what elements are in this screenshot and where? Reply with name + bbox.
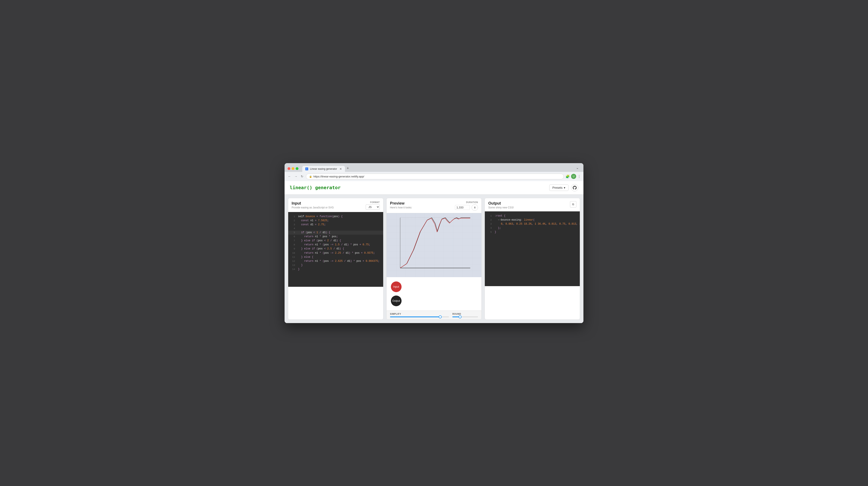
simplify-fill [390, 316, 440, 317]
easing-chart [386, 213, 482, 277]
output-panel-header: Output Some shiny new CSS! ⧉ [485, 198, 580, 211]
toolbar-actions: 🧩 U ⋮ [565, 174, 581, 179]
code-line-14: 14 } [288, 267, 383, 271]
tab-title: Linear easing generator [310, 168, 337, 171]
output-panel-title: Output [488, 201, 514, 206]
pause-icon: ⏸ [473, 206, 476, 209]
simplify-track [390, 316, 449, 317]
browser-menu-icon[interactable]: ⌄ [574, 166, 581, 172]
output-panel-subtitle: Some shiny new CSS! [488, 206, 514, 209]
output-panel-info: Output Some shiny new CSS! [488, 201, 514, 209]
active-tab[interactable]: L Linear easing generator ✕ [302, 166, 345, 172]
output-ball-row: Output [391, 296, 477, 306]
output-line-2: 2 --bounce-easing: linear( [485, 218, 580, 222]
app-body: linear() generator Presets ▾ Inp [285, 181, 583, 323]
input-ball-row: Input [391, 281, 477, 292]
input-panel: Input Provide easing as JavaScript or SV… [288, 198, 383, 320]
code-line-10: 10 return n1 * (pos -= 2.25 / d1) * pos … [288, 251, 383, 255]
simplify-slider[interactable] [390, 316, 449, 317]
output-ball-label: Output [392, 299, 400, 302]
simplify-label: SIMPLIFY [390, 313, 449, 315]
presets-button[interactable]: Presets ▾ [549, 184, 568, 191]
animation-preview: Input Output [386, 277, 482, 310]
simplify-slider-group: SIMPLIFY [390, 313, 449, 317]
output-line-4: 4 ); [485, 226, 580, 230]
header-actions: Presets ▾ [549, 184, 578, 191]
preview-panel-info: Preview Here's how it looks: [390, 201, 412, 209]
browser-window: L Linear easing generator ✕ + ⌄ ← → ↻ 🔒 … [285, 163, 583, 323]
input-panel-subtitle: Provide easing as JavaScript or SVG [291, 206, 334, 209]
output-panel: Output Some shiny new CSS! ⧉ 1 :root { 2… [485, 198, 580, 320]
output-line-3: 3 0, 0.063, 0.25 18.2%, 1 36.4%, 0.813, … [485, 222, 580, 226]
extensions-icon[interactable]: 🧩 [565, 175, 570, 179]
back-button[interactable]: ← [287, 174, 292, 179]
duration-input[interactable] [455, 205, 470, 210]
code-line-5: 5 if (pos < 1 / d1) { [288, 231, 383, 235]
tab-favicon: L [305, 168, 308, 171]
code-line-11: 11 } else { [288, 255, 383, 259]
new-tab-button[interactable]: + [345, 165, 351, 172]
app-logo: linear() generator [290, 185, 341, 190]
forward-button[interactable]: → [293, 174, 298, 179]
code-editor[interactable]: 1 self.bounce = function(pos) { 2 const … [288, 212, 383, 287]
close-button[interactable] [287, 167, 290, 170]
app-header: linear() generator Presets ▾ [285, 181, 583, 194]
format-label: FORMAT [370, 201, 380, 204]
copy-button[interactable]: ⧉ [570, 201, 577, 208]
tab-close-icon[interactable]: ✕ [339, 168, 342, 171]
code-line-13: 13 } [288, 263, 383, 267]
github-button[interactable] [571, 184, 578, 191]
duration-label: DURATION [466, 201, 478, 204]
lock-icon: 🔒 [309, 175, 312, 178]
duration-row: ⏸ [455, 204, 478, 211]
easing-chart-svg [386, 213, 482, 277]
round-slider-group: ROUND [452, 313, 478, 317]
url-text: https://linear-easing-generator.netlify.… [313, 175, 364, 178]
input-ball: Input [391, 281, 402, 292]
input-panel-title: Input [291, 201, 334, 206]
input-ball-label: Input [393, 285, 399, 288]
traffic-lights [287, 167, 299, 170]
input-panel-header: Input Provide easing as JavaScript or SV… [288, 198, 383, 212]
pause-button[interactable]: ⏸ [472, 204, 478, 211]
preview-panel-subtitle: Here's how it looks: [390, 206, 412, 209]
format-selector: FORMAT JS SVG [366, 201, 380, 210]
presets-label: Presets [553, 186, 562, 189]
preview-panel-header: Preview Here's how it looks: DURATION ⏸ [386, 198, 482, 213]
menu-dots-icon[interactable]: ⋮ [578, 175, 581, 179]
main-panels: Input Provide easing as JavaScript or SV… [285, 194, 583, 323]
round-slider[interactable] [452, 316, 478, 317]
browser-titlebar: L Linear easing generator ✕ + ⌄ [285, 163, 583, 172]
refresh-button[interactable]: ↻ [300, 174, 304, 179]
code-line-1: 1 self.bounce = function(pos) { [288, 215, 383, 219]
github-icon [573, 186, 577, 190]
chevron-down-icon: ▾ [564, 186, 565, 189]
minimize-button[interactable] [291, 167, 294, 170]
browser-toolbar: ← → ↻ 🔒 https://linear-easing-generator.… [285, 172, 583, 181]
round-label: ROUND [452, 313, 478, 315]
round-thumb[interactable] [459, 315, 462, 318]
preview-panel: Preview Here's how it looks: DURATION ⏸ [386, 198, 482, 320]
round-track [452, 316, 478, 317]
maximize-button[interactable] [296, 167, 299, 170]
code-line-7: 7 } else if (pos < 2 / d1) { [288, 239, 383, 243]
code-line-6: 6 return n1 * pos * pos; [288, 235, 383, 239]
address-bar[interactable]: 🔒 https://linear-easing-generator.netlif… [306, 174, 564, 179]
output-code-editor: 1 :root { 2 --bounce-easing: linear( 3 0… [485, 211, 580, 286]
copy-icon: ⧉ [572, 203, 574, 206]
format-dropdown[interactable]: JS SVG [366, 204, 380, 210]
duration-control: DURATION ⏸ [455, 201, 478, 211]
code-line-9: 9 } else if (pos < 2.5 / d1) { [288, 247, 383, 251]
code-line-3: 3 const d1 = 2.75; [288, 223, 383, 227]
sliders-row: SIMPLIFY ROUND [386, 310, 482, 320]
output-line-1: 1 :root { [485, 214, 580, 218]
code-line-8: 8 return n1 * (pos -= 1.5 / d1) * pos + … [288, 243, 383, 247]
code-line-4: 4 [288, 227, 383, 231]
code-line-2: 2 const n1 = 7.5625; [288, 219, 383, 223]
output-line-5: 5 } [485, 230, 580, 234]
input-panel-info: Input Provide easing as JavaScript or SV… [291, 201, 334, 209]
output-ball: Output [391, 296, 402, 306]
profile-icon[interactable]: U [571, 174, 576, 179]
simplify-thumb[interactable] [439, 315, 442, 318]
code-line-12: 12 return n1 * (pos -= 2.625 / d1) * pos… [288, 259, 383, 263]
